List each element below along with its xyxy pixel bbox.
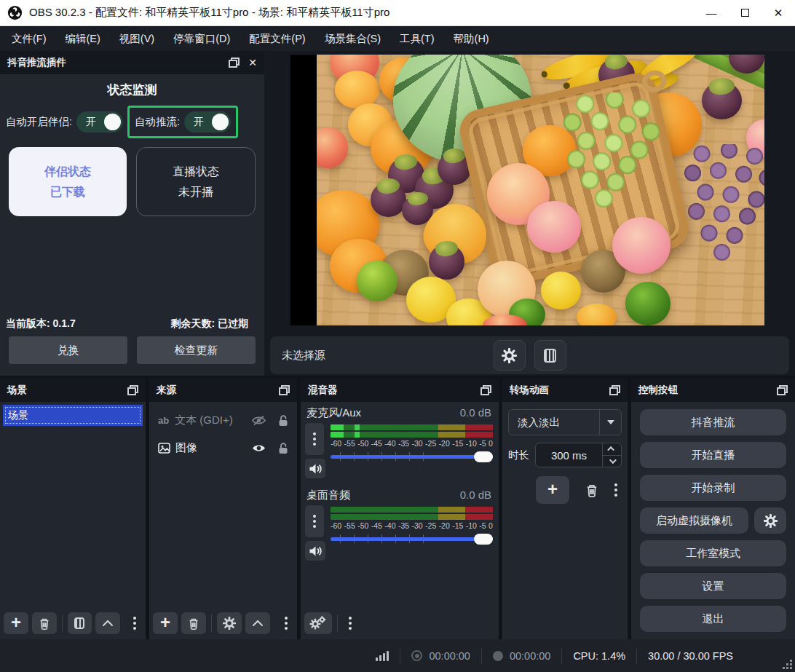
preview-image [317, 55, 764, 325]
dock-popout-icon[interactable] [480, 385, 491, 395]
mic-mute-button[interactable] [305, 459, 325, 478]
transition-select[interactable]: 淡入淡出 [508, 409, 622, 435]
source-filters-button[interactable] [534, 340, 566, 371]
plugin-dock-header[interactable]: 抖音推流插件 ✕ [0, 51, 264, 74]
spin-down-button[interactable] [603, 455, 621, 467]
remove-source-button[interactable] [181, 612, 206, 634]
fruit-mango [577, 304, 617, 325]
controls-dock-header[interactable]: 控制按钮 [631, 379, 795, 402]
source-row-text[interactable]: ab 文本 (GDI+) [149, 406, 297, 434]
dock-close-icon[interactable]: ✕ [248, 58, 257, 68]
status-monitor-heading: 状态监测 [0, 82, 264, 98]
studio-mode-button[interactable]: 工作室模式 [640, 540, 786, 566]
scenes-menu-button[interactable] [127, 612, 142, 634]
sources-dock: 来源 ab 文本 (GDI+) 图像 + [149, 379, 297, 639]
menu-tools[interactable]: 工具(T) [391, 27, 443, 51]
remove-scene-button[interactable] [32, 612, 57, 634]
record-time-value: 00:00:00 [510, 650, 550, 662]
menu-docks[interactable]: 停靠窗口(D) [165, 27, 239, 51]
transitions-menu-button[interactable] [614, 483, 617, 497]
add-scene-button[interactable]: + [4, 612, 28, 634]
duration-value[interactable]: 300 ms [536, 449, 602, 462]
menu-scene-collection[interactable]: 场景集合(S) [316, 27, 389, 51]
sources-toolbar: + [149, 609, 297, 639]
menu-profile[interactable]: 配置文件(P) [240, 27, 314, 51]
start-recording-button[interactable]: 开始录制 [640, 475, 786, 501]
close-button[interactable]: ✕ [762, 0, 795, 25]
redeem-button[interactable]: 兑换 [9, 336, 127, 364]
source-properties-button[interactable] [494, 340, 526, 371]
fruit-purple-grapes [684, 144, 764, 264]
companion-status-card[interactable]: 伴侣状态 已下载 [9, 147, 127, 216]
menu-edit[interactable]: 编辑(E) [57, 27, 109, 51]
advanced-audio-button[interactable] [304, 612, 332, 634]
live-status-card[interactable]: 直播状态 未开播 [136, 147, 256, 216]
text-source-icon: ab [158, 415, 169, 426]
unlock-icon[interactable] [278, 414, 288, 427]
exit-button[interactable]: 退出 [640, 606, 786, 632]
mic-options-button[interactable] [305, 423, 324, 455]
auto-stream-toggle[interactable]: 开 [184, 111, 231, 133]
source-row-image[interactable]: 图像 [149, 434, 297, 462]
minimize-button[interactable]: — [695, 0, 728, 25]
mic-volume-slider[interactable] [331, 450, 493, 463]
maximize-button[interactable] [728, 0, 762, 25]
source-properties-toolbar-button[interactable] [217, 612, 242, 634]
preview-dock: 未选择源 [264, 51, 795, 376]
menu-help[interactable]: 帮助(H) [445, 27, 498, 51]
scenes-dock-header[interactable]: 场景 [0, 379, 146, 402]
plugin-dock-title: 抖音推流插件 [7, 56, 66, 69]
virtual-camera-settings-button[interactable] [754, 507, 786, 534]
duration-spinner[interactable]: 300 ms [535, 443, 622, 467]
move-scene-up-button[interactable] [95, 612, 120, 634]
desktop-options-button[interactable] [305, 505, 324, 537]
scene-list-item[interactable]: 场景 [3, 405, 143, 426]
menu-file[interactable]: 文件(F) [3, 27, 55, 51]
desktop-mute-button[interactable] [305, 541, 325, 561]
start-streaming-button[interactable]: 开始直播 [640, 442, 786, 468]
douyin-stream-button[interactable]: 抖音推流 [640, 409, 786, 435]
dock-popout-icon[interactable] [229, 58, 240, 68]
dock-popout-icon[interactable] [609, 385, 620, 395]
select-arrow-button[interactable] [599, 410, 621, 435]
menu-view[interactable]: 视图(V) [111, 27, 163, 51]
desktop-volume-slider[interactable] [331, 532, 493, 545]
remove-transition-button[interactable] [585, 483, 598, 497]
eye-icon[interactable] [251, 443, 266, 454]
fruit-green-grapes [561, 92, 659, 207]
resize-grip[interactable] [782, 659, 792, 669]
transitions-dock-title: 转场动画 [510, 384, 549, 397]
add-source-button[interactable]: + [153, 612, 178, 634]
scene-filters-button[interactable] [68, 612, 92, 634]
transitions-dock-header[interactable]: 转场动画 [502, 379, 628, 402]
fps-indicator: 30.00 / 30.00 FPS [637, 650, 744, 662]
unlock-icon[interactable] [278, 442, 288, 454]
slider-handle[interactable] [474, 534, 493, 545]
mixer-dock-header[interactable]: 混音器 [301, 379, 499, 402]
eye-slash-icon[interactable] [251, 415, 266, 426]
image-source-icon [158, 443, 170, 454]
preview-canvas[interactable] [290, 55, 764, 325]
menu-bar: 文件(F) 编辑(E) 视图(V) 停靠窗口(D) 配置文件(P) 场景集合(S… [0, 27, 795, 51]
live-status-value: 未开播 [178, 182, 213, 202]
fruit-lemon [541, 272, 581, 309]
sources-dock-header[interactable]: 来源 [149, 379, 297, 402]
spin-up-button[interactable] [603, 443, 621, 455]
start-virtual-camera-button[interactable]: 启动虚拟摄像机 [640, 507, 748, 534]
dock-popout-icon[interactable] [777, 385, 788, 395]
move-source-up-button[interactable] [245, 612, 270, 634]
settings-button[interactable]: 设置 [640, 573, 786, 599]
dock-popout-icon[interactable] [127, 385, 138, 395]
slider-handle[interactable] [474, 451, 493, 462]
auto-companion-toggle[interactable]: 开 [76, 111, 123, 133]
mixer-menu-button[interactable] [343, 612, 357, 634]
duration-label: 时长 [508, 448, 529, 462]
chevron-down-icon [607, 420, 614, 424]
mic-channel-level: 0.0 dB [460, 406, 491, 420]
add-transition-button[interactable]: + [536, 476, 569, 504]
sources-menu-button[interactable] [279, 612, 293, 634]
check-update-button[interactable]: 检查更新 [137, 336, 256, 364]
dock-popout-icon[interactable] [279, 385, 290, 395]
desktop-volume-meter [331, 505, 493, 520]
companion-status-value: 已下载 [50, 182, 85, 202]
